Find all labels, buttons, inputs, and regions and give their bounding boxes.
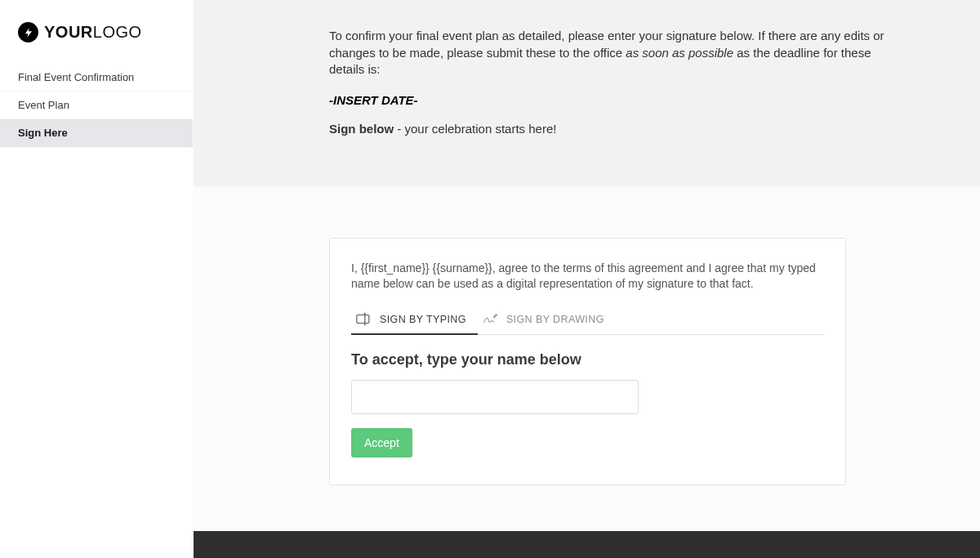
sign-below-rest: - your celebration starts here!: [394, 122, 556, 136]
logo-area: YOURLOGO: [0, 0, 193, 60]
sidebar: YOURLOGO Final Event Confirmation Event …: [0, 0, 194, 558]
sidebar-nav: Final Event Confirmation Event Plan Sign…: [0, 64, 193, 147]
footer-bar: [194, 531, 980, 558]
sign-below-bold: Sign below: [329, 122, 394, 136]
sidebar-item-label: Sign Here: [18, 127, 68, 139]
logo-text-light: LOGO: [93, 23, 142, 41]
accept-prompt: To accept, type your name below: [351, 351, 824, 368]
intro-paragraph: To confirm your final event plan as deta…: [329, 28, 898, 78]
text-cursor-icon: [356, 313, 372, 326]
main-content: To confirm your final event plan as deta…: [194, 0, 980, 558]
signature-section: I, {{first_name}} {{surname}}, agree to …: [194, 186, 980, 485]
svg-rect-0: [357, 315, 369, 324]
tab-label: SIGN BY DRAWING: [506, 314, 604, 325]
insert-date-placeholder: -INSERT DATE-: [329, 93, 898, 107]
tab-sign-by-drawing[interactable]: SIGN BY DRAWING: [478, 306, 616, 334]
signature-tabs: SIGN BY TYPING SIGN BY DRAWING: [351, 306, 824, 335]
sidebar-item-label: Final Event Confirmation: [18, 71, 134, 83]
sign-below-line: Sign below - your celebration starts her…: [329, 122, 898, 136]
sidebar-item-final-event-confirmation[interactable]: Final Event Confirmation: [0, 64, 193, 92]
signature-name-input[interactable]: [351, 380, 639, 414]
accept-button[interactable]: Accept: [351, 428, 412, 458]
logo: YOURLOGO: [18, 22, 175, 42]
signature-card: I, {{first_name}} {{surname}}, agree to …: [329, 238, 846, 485]
logo-text: YOURLOGO: [44, 23, 142, 42]
sidebar-item-label: Event Plan: [18, 99, 69, 111]
intro-italic: as soon as possible: [626, 46, 733, 60]
sidebar-item-event-plan[interactable]: Event Plan: [0, 92, 193, 119]
logo-text-bold: YOUR: [44, 23, 93, 41]
sidebar-item-sign-here[interactable]: Sign Here: [0, 119, 193, 147]
agreement-text: I, {{first_name}} {{surname}}, agree to …: [351, 261, 824, 292]
intro-section: To confirm your final event plan as deta…: [194, 0, 980, 186]
bolt-icon: [18, 22, 38, 42]
tab-sign-by-typing[interactable]: SIGN BY TYPING: [351, 306, 478, 334]
tab-label: SIGN BY TYPING: [380, 314, 466, 325]
signature-draw-icon: [483, 313, 499, 326]
